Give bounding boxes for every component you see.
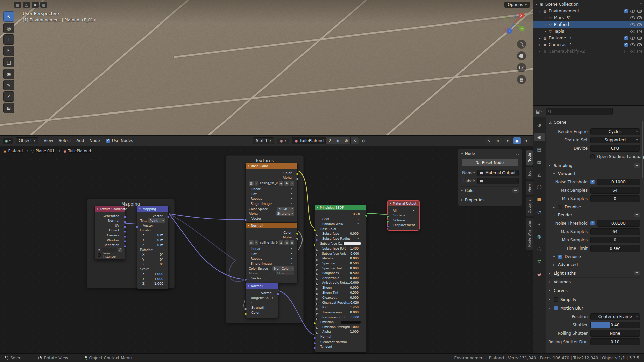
noise-threshold-checkbox[interactable]	[590, 221, 595, 225]
outliner-scene-collection[interactable]: ▾ ▣ Scene Collection	[533, 1, 644, 8]
gizmo-axis-y-neg[interactable]	[504, 16, 508, 21]
bsdf-property-row[interactable]: Base Color	[318, 227, 363, 231]
input-socket[interactable]	[244, 313, 247, 315]
collapse-icon[interactable]: ▾	[248, 165, 249, 167]
properties-section[interactable]: ▸ Properties	[461, 196, 519, 204]
exclude-checkbox[interactable]	[624, 50, 628, 53]
vector-input-row[interactable]: Vector	[249, 276, 294, 280]
node-name-input[interactable]: ▤ Material Output	[477, 170, 519, 176]
overlay-toggle-icon[interactable]: ▥	[40, 2, 47, 8]
time-limit-input[interactable]: 0 sec	[590, 245, 640, 252]
color-space-row[interactable]: Color Space sRGB ▾	[249, 207, 294, 211]
vector-component-field[interactable]: Z 0 m	[140, 243, 165, 247]
color-space-row[interactable]: Color Space Non-Color ▾	[249, 266, 294, 271]
tab-output[interactable]: ▤	[534, 145, 545, 154]
unlink-image-icon[interactable]: ×	[290, 181, 294, 186]
bsdf-property-row[interactable]: Sheen Tint 0.500	[318, 290, 363, 295]
disable-render-icon[interactable]	[637, 23, 642, 26]
reset-node-button[interactable]: ↻ Reset Node	[461, 159, 519, 166]
bsdf-property-row[interactable]: Subsurface Color	[318, 241, 363, 246]
node-image-texture-normal[interactable]: ▾ Normal Color Alpha ▨	[245, 222, 298, 283]
image-icon[interactable]: ▨	[249, 240, 254, 245]
bsdf-property-row[interactable]: Subsurface 0.000	[318, 232, 363, 236]
outliner-collection-cameras[interactable]: ▸ ▦ Cameras 2	[533, 41, 644, 48]
zoom-icon[interactable]	[517, 40, 526, 49]
section-advanced[interactable]: ▸ Advanced	[548, 261, 640, 269]
hide-viewport-icon[interactable]	[630, 30, 635, 33]
tool-move[interactable]: +	[3, 34, 14, 45]
tab-render[interactable]: ◉	[534, 133, 545, 141]
disclosure-icon[interactable]: ▸	[538, 50, 542, 53]
tab-world[interactable]: ◯	[534, 183, 545, 191]
snap-magnet-icon[interactable]: ∩	[494, 137, 502, 144]
node-principled-bsdf[interactable]: ▾ Principled BSDF BSDF GGX	[314, 204, 367, 352]
slot-select[interactable]: Slot 1 ▾	[253, 137, 274, 144]
section-viewport-denoise[interactable]: ▸ Denoise	[548, 203, 640, 211]
fake-user-icon[interactable]: ◈	[279, 240, 283, 245]
gizmo-toggle-icon[interactable]: ◳	[23, 2, 30, 8]
bsdf-property-row[interactable]: Anisotropic 0.000	[318, 276, 363, 280]
navigation-gizmo[interactable]: X Y Z	[499, 9, 528, 38]
min-samples-input[interactable]: 0	[590, 237, 640, 243]
node-socket-row[interactable]: Generated	[98, 214, 122, 218]
breadcrumb-item[interactable]: ▣ Plafond	[3, 149, 31, 153]
vector-component-field[interactable]: Y 0 m	[140, 238, 165, 242]
mapping-type-row[interactable]: Type: Point ▾	[140, 218, 165, 223]
exclude-checkbox[interactable]	[624, 43, 628, 47]
color-input-row[interactable]: Color	[249, 310, 275, 315]
input-socket[interactable]	[386, 220, 389, 223]
disclosure-icon[interactable]: ▸	[538, 43, 542, 46]
new-material-icon[interactable]: ⊕	[342, 137, 350, 144]
vector-component-field[interactable]: Z 0°	[140, 262, 165, 266]
vector-component-field[interactable]: X 0°	[140, 252, 165, 257]
hide-viewport-icon[interactable]	[630, 10, 635, 13]
output-input-row[interactable]: Surface	[391, 213, 416, 217]
section-render-denoise[interactable]: ▾ Denoise	[548, 253, 640, 261]
node-mapping[interactable]: ▾ Mapping Vector Type: Point ▾	[137, 206, 169, 289]
image-icon[interactable]: ▨	[249, 181, 254, 186]
menu-item[interactable]: View	[41, 137, 55, 144]
input-socket[interactable]	[315, 298, 318, 300]
sidebar-tab[interactable]: Node	[526, 150, 533, 165]
collapse-icon[interactable]: ▾	[317, 206, 318, 209]
input-socket[interactable]	[315, 273, 318, 276]
section-simplify[interactable]: ▸ Simplify	[548, 295, 640, 304]
input-socket[interactable]	[315, 263, 318, 266]
collapse-icon[interactable]: ▾	[97, 208, 98, 210]
bsdf-property-row[interactable]: Sheen 0.000	[318, 286, 363, 290]
unlink-image-icon[interactable]: ×	[290, 240, 294, 245]
hide-viewport-icon[interactable]	[630, 23, 635, 26]
node-socket-row[interactable]: Color	[249, 230, 294, 235]
node-socket-row[interactable]: Color	[249, 171, 294, 175]
browse-material-button[interactable]: ◉ ▾	[277, 138, 289, 144]
viewport-3d[interactable]: ▦◳◆▥ Options ▾ User Perspective (1) Envi…	[0, 0, 533, 135]
bsdf-property-row[interactable]: Emission	[318, 320, 363, 324]
disclosure-icon[interactable]: ▸	[543, 16, 548, 19]
overlays-caret[interactable]: ▾	[523, 137, 530, 144]
tab-view-layer[interactable]: ▦	[534, 158, 545, 166]
fake-user-icon[interactable]: ◈	[279, 181, 283, 186]
vector-component-field[interactable]: X 0 m	[140, 233, 165, 237]
bsdf-property-row[interactable]: Random Walk ▾	[318, 222, 363, 226]
tab-constraints[interactable]: ◌	[534, 245, 545, 253]
camera-view-icon[interactable]	[517, 63, 526, 72]
bsdf-property-row[interactable]: Transmission Roughness 0.000	[318, 315, 363, 319]
alpha-mode-row[interactable]: Alpha Straight ▾	[249, 211, 294, 216]
bsdf-property-row[interactable]: Transmission 0.000	[318, 310, 363, 314]
options-button[interactable]: Options ▾	[504, 2, 530, 8]
hide-viewport-icon[interactable]	[630, 43, 635, 46]
hide-viewport-icon[interactable]	[630, 37, 635, 40]
tool-add-cube[interactable]: ⊞	[3, 103, 14, 113]
overlays-icon[interactable]: ◉	[513, 137, 521, 144]
input-socket[interactable]	[315, 239, 318, 241]
exclude-checkbox[interactable]	[624, 9, 628, 13]
bsdf-property-row[interactable]: Metallic 0.000	[318, 256, 363, 261]
bsdf-property-row[interactable]: Clearcoat Roughness 0.030	[318, 300, 363, 305]
noise-threshold-input[interactable]: 0.1000	[597, 179, 640, 185]
input-socket[interactable]	[244, 308, 247, 310]
section-light-paths[interactable]: ▸ Light Paths ≡	[548, 269, 640, 277]
outliner-collection-camerashakify[interactable]: ▸ ▦ CameraShakify.v2	[533, 48, 644, 55]
device-select[interactable]: CPU ▾	[590, 145, 640, 152]
input-socket[interactable]	[313, 347, 316, 349]
input-socket[interactable]	[315, 293, 318, 296]
